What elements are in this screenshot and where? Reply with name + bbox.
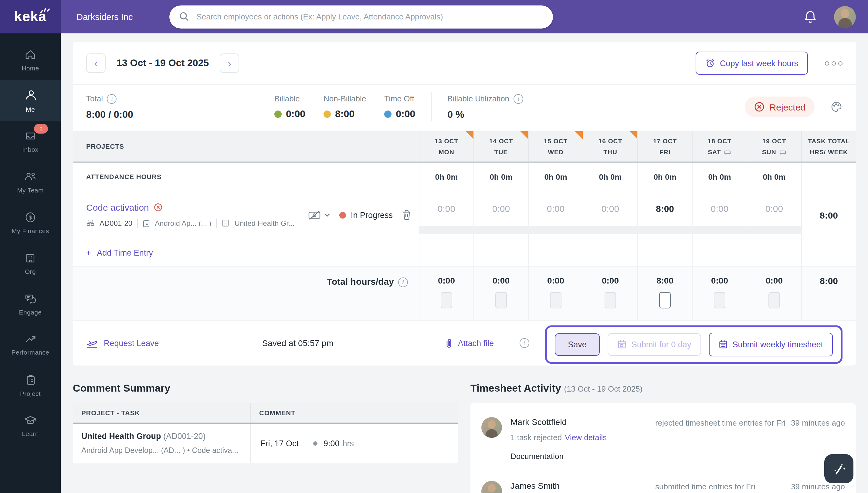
time-entry-cell[interactable]: 0:00 [693,191,747,226]
org-building-icon [24,252,37,264]
day-approval-checkbox[interactable] [550,292,561,308]
attendance-value: 0h 0m [763,172,785,181]
view-details-link[interactable]: View details [565,433,607,442]
user-avatar[interactable] [834,6,856,28]
delete-task-icon[interactable] [402,210,411,220]
bottom-sections: Comment Summary PROJECT - TASK COMMENT U… [73,381,856,493]
copy-last-week-hours-button[interactable]: Copy last week hours [696,51,808,75]
attach-file-button[interactable]: Attach file [445,338,494,348]
activity-action-text: rejected timesheet time entries for Fri [655,417,791,427]
comment-column-header: COMMENT [250,403,458,423]
entry-strip [637,226,693,234]
timesheet-footer: Request Leave Saved at 05:57 pm Attach f… [73,321,856,365]
comment-summary-heading: Comment Summary [73,383,458,395]
time-off-dot [384,110,392,118]
timesheet-card: ‹ 13 Oct - 19 Oct 2025 › Copy last week … [73,42,856,365]
assistant-fab-button[interactable] [824,454,853,483]
global-search[interactable] [169,5,553,28]
non-billable-icon [308,210,321,220]
utilization-info-icon[interactable]: i [513,94,523,104]
day-approval-checkbox[interactable] [605,292,616,308]
learn-graduation-icon [24,415,37,426]
activity-timestamp: 39 minutes ago [791,417,845,427]
attach-info-icon[interactable]: i [519,338,529,348]
project-clipboard-icon [25,374,36,386]
team-icon [24,170,37,183]
activity-entry: Mark Scottfield 1 task rejectedView deta… [481,406,845,469]
company-name: Darksiders Inc [76,12,133,22]
attendance-value: 0h 0m [599,172,622,181]
sidebar-item-inbox[interactable]: 2 Inbox [0,121,61,162]
timesheet-activity-section: Timesheet Activity(13 Oct - 19 Oct 2025)… [470,381,856,493]
time-entry-cell[interactable]: 0:00 [419,191,473,226]
day-header-mon: 13 OCTMON [419,131,473,162]
more-options-button[interactable] [825,61,843,65]
task-title-link[interactable]: Code activation [86,202,301,212]
day-approval-checkbox[interactable] [441,292,452,308]
time-entry-cell[interactable]: 0:00 [583,191,637,226]
project-task-info: Code activation AD001-20 Android Ap... (… [73,191,419,239]
day-header-fri: 17 OCTFRI [637,131,692,162]
task-status[interactable]: In Progress [339,210,393,219]
timesheet-activity-heading: Timesheet Activity(13 Oct - 19 Oct 2025) [470,383,856,395]
calendar-icon [718,339,728,349]
attendance-value: 0h 0m [544,172,567,181]
submit-for-day-button[interactable]: Submit for 0 day [608,333,701,356]
total-hours-row: Total hours/dayi 0:00 0:00 0:00 0:00 8:0… [73,266,856,321]
home-icon [24,48,37,60]
sidebar-item-learn[interactable]: Learn [0,406,61,446]
time-entry-cell[interactable]: 0:00 [529,191,583,226]
day-approval-checkbox[interactable] [769,292,780,308]
sidebar-item-my-finances[interactable]: $ My Finances [0,202,61,243]
sidebar-item-org[interactable]: Org [0,243,61,283]
billable-toggle[interactable] [308,210,330,220]
task-actions: In Progress [308,210,411,220]
project-task-column-header: PROJECT - TASK [73,403,250,423]
search-input[interactable] [195,12,543,22]
total-hours-info-icon[interactable]: i [398,277,408,287]
day-approval-checkbox[interactable] [495,292,507,308]
saved-status-text: Saved at 05:57 pm [262,338,334,348]
comment-cell: Fri, 17 Oct 9:00 hrs [250,424,458,463]
sidebar-item-project[interactable]: Project [0,365,61,406]
attendance-hours-label: ATTENDANCE HOURS [73,163,419,191]
time-entry-cell[interactable]: 8:00 [638,191,692,226]
next-week-button[interactable]: › [220,53,239,73]
add-time-entry-button[interactable]: + Add Time Entry [73,239,419,266]
attendance-hours-row: ATTENDANCE HOURS 0h 0m 0h 0m 0h 0m 0h 0m… [73,163,856,191]
sidebar-item-me[interactable]: Me [0,80,61,121]
week-grand-total: 8:00 [801,266,856,320]
screen: keka Darksiders Inc Home Me 2 Inbox [0,0,868,493]
comment-table-row: United Health Group (AD001-20) Android A… [73,424,458,463]
non-billable-stat: Non-Billable 8:00 [324,94,366,120]
entry-strip [528,226,583,234]
hours-breakdown: Billable 0:00 Non-Billable 8:00 Time Off… [274,94,415,120]
submit-weekly-timesheet-button[interactable]: Submit weekly timesheet [709,333,833,356]
total-info-icon[interactable]: i [107,94,117,104]
sidebar-item-home[interactable]: Home [0,40,61,80]
activity-entry: James Smith 1 task submittedView details… [481,469,845,493]
request-leave-button[interactable]: Request Leave [86,338,159,348]
billable-stat: Billable 0:00 [274,94,305,120]
attendance-value: 0h 0m [653,172,676,181]
sidebar-item-my-team[interactable]: My Team [0,162,61,202]
project-task-row: Code activation AD001-20 Android Ap... (… [73,191,856,239]
in-progress-dot [339,212,346,218]
topbar-actions [804,6,868,28]
previous-week-button[interactable]: ‹ [86,53,106,73]
activity-action-text: submitted time entries for Fri [655,481,791,491]
sidebar-item-engage[interactable]: Engage [0,283,61,324]
performance-trend-icon [24,334,37,345]
attendance-value: 0h 0m [490,172,512,181]
time-entry-cell[interactable]: 0:00 [747,191,801,226]
save-button[interactable]: Save [555,333,600,356]
notifications-bell-icon[interactable] [804,10,817,24]
divider [431,92,431,122]
color-palette-icon[interactable] [830,101,843,113]
keka-logo[interactable]: keka [0,0,61,34]
time-entry-cell[interactable]: 0:00 [474,191,528,226]
day-approval-checkbox-selected[interactable] [659,292,671,308]
non-billable-dot [324,110,331,118]
sidebar-item-performance[interactable]: Performance [0,324,61,365]
day-approval-checkbox[interactable] [714,292,725,308]
